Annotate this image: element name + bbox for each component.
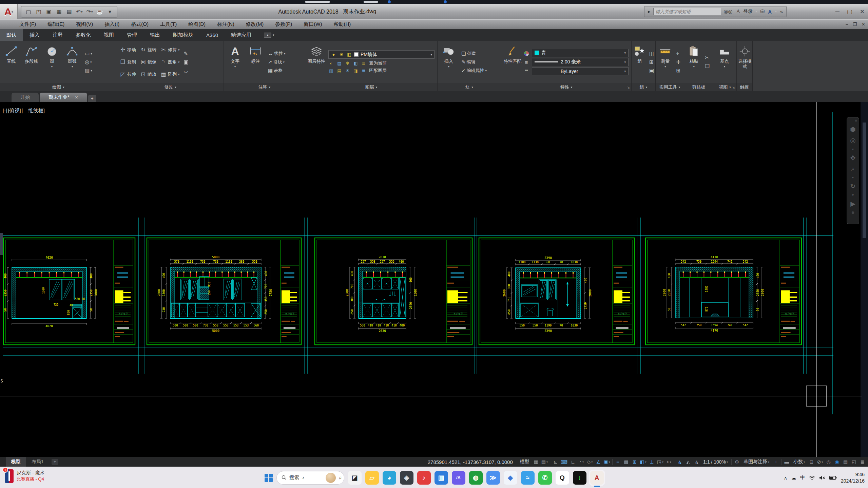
doc-minimize-button[interactable]: – [846,22,848,27]
navigation-wheel-icon[interactable]: ◎ [850,136,856,144]
photos-preview-app-icon[interactable]: ◪ [348,471,362,485]
panel-footer[interactable]: 块▾ [438,83,501,91]
autocad-icon[interactable]: A [590,471,604,485]
dark-media-app-icon[interactable]: ◈ [400,471,413,485]
isodraft[interactable]: ◇▾ [585,458,594,466]
annotation-scale[interactable]: 1:1 / 100%▾ [701,458,730,466]
new-file-icon[interactable]: ▢ [24,7,33,16]
fillet-edit-button[interactable]: ◡ [183,67,190,74]
chevron-down-icon[interactable]: ▾ [91,10,93,14]
ribbon-button-创建[interactable]: ❏创建 [460,50,488,57]
panel-footer[interactable]: 剪贴板 [684,83,713,91]
start-button[interactable] [265,474,273,482]
snap-mode[interactable]: ▤▾ [540,458,549,466]
ime-indicator[interactable]: 中 [800,475,805,481]
new-drawing-button[interactable]: + [88,95,96,102]
selection-cycling[interactable]: ⊞ [631,458,639,466]
layout-tab-模型[interactable]: 模型 [6,457,26,467]
menu-item[interactable]: 修改(M) [240,20,270,29]
panel-expander-icon[interactable]: ↘ [732,86,735,89]
layer-dropdown[interactable]: ●☀◧PM墙体▾ [328,50,435,59]
gizmo[interactable]: ⌖▾ [664,458,673,466]
shield-app-icon[interactable]: ◆ [504,471,517,485]
save-icon[interactable]: ▣ [44,7,53,16]
lineweight-dropdown[interactable]: 2.00 毫米▾ [532,58,629,66]
layer-tool-icon[interactable]: ☀ [345,68,350,73]
ribbon-button-移动[interactable]: ✢移动 [118,44,137,56]
thunder-app-icon[interactable]: ≫ [486,471,500,485]
ribbon-tab-注释[interactable]: 注释 [46,29,69,41]
taskbar-search[interactable]: 搜索 ♪ ♫ [276,471,344,485]
menu-item[interactable]: 参数(P) [269,20,298,29]
ribbon-button-insert[interactable]: 插入▾ [439,42,459,82]
orbit-icon[interactable]: ↻ [850,182,856,190]
ribbon-button-touch[interactable]: 选择模式 [738,42,752,82]
orbit-chevron-icon[interactable]: ▾ [852,193,854,197]
ribbon-button-编辑[interactable]: ✎编辑 [460,59,488,65]
layer-tool-icon[interactable]: ❄ [345,61,350,66]
ribbon-button-polyline[interactable]: 多段线 [22,42,41,82]
ribbon-button-圆角[interactable]: ◝圆角▾ [159,56,181,68]
ribbon-button-dimension[interactable]: 标注 [246,42,265,82]
hardware-acceleration[interactable]: ◉ [833,458,841,466]
ribbon-button-group[interactable]: 组 [633,42,647,82]
layer-tool-icon[interactable]: ◧ [353,61,359,66]
save-as-icon[interactable]: ▦ [55,7,63,16]
blue-wave-app-icon[interactable]: ≈ [521,471,535,485]
ribbon-tab-管理[interactable]: 管理 [120,29,143,41]
panel-expander-icon[interactable]: ↘ [627,86,630,89]
ribbon-button-circle[interactable]: 圆▾ [42,42,62,82]
annotation-scale-icon[interactable]: ◮ [692,458,701,466]
panel-footer[interactable]: 修改▾ [117,83,224,91]
menu-item[interactable]: 插入(I) [99,20,125,29]
pan-hand-icon[interactable]: ✥ [850,154,856,162]
layer-tool-icon[interactable]: ▤ [336,68,342,73]
cad-drawing-canvas[interactable]: 客户签字402040204002350504002350502800130073… [0,102,868,457]
workspace-gear-icon[interactable]: ⚙ [733,458,741,466]
infocenter-collapse-icon[interactable]: ▸ [647,8,651,15]
app-store-cart-icon[interactable]: ⛁ [760,8,766,15]
ribbon-button-arc[interactable]: 圆弧▾ [62,42,82,82]
signin-chevron-icon[interactable]: ▾ [755,10,758,13]
utility-tool-icon[interactable]: ⊞ [675,67,681,74]
layer-tool-icon[interactable]: ◨ [353,68,359,73]
tray-time[interactable]: 9:46 [841,471,865,478]
object-snap-tracking[interactable]: ∠ [594,458,602,466]
menu-item[interactable]: 工具(T) [154,20,182,29]
grid-display[interactable]: ▦ [532,458,540,466]
redo-icon[interactable]: ↷▾ [85,7,94,16]
close-tab-icon[interactable]: ✕ [75,95,78,100]
menu-item[interactable]: 窗口(W) [298,20,328,29]
layer-tool-icon[interactable]: ▥ [328,68,334,73]
dynamic-ucs[interactable]: ⊥ [648,458,656,466]
annotation-monitor[interactable]: + [772,458,780,466]
linetype-dropdown[interactable]: ByLayer▾ [532,67,629,75]
doc-close-button[interactable]: ✕ [862,22,865,27]
ribbon-button-拉伸[interactable]: ◸拉伸 [118,68,137,80]
menu-item[interactable]: 帮助(H) [328,20,356,29]
layer-tool-icon[interactable]: ▤ [336,61,342,66]
navbar-close-icon[interactable]: ✕ [855,119,857,123]
menu-item[interactable]: 格式(O) [125,20,154,29]
file-explorer-icon[interactable]: ▱ [365,471,379,485]
ribbon-button-复制[interactable]: ❐复制 [118,56,137,68]
panel-footer[interactable]: 图层▾ [305,83,437,91]
chevron-down-icon[interactable]: ▾ [273,33,274,37]
chevron-down-icon[interactable]: ▾ [624,60,626,64]
model-space-toggle[interactable]: 模型 [518,458,532,466]
menu-item[interactable]: 文件(F) [14,20,42,29]
plot-icon[interactable]: ▤ [65,7,74,16]
layout-tab-布局1[interactable]: 布局1 [26,457,49,467]
ribbon-button-match-properties[interactable]: 特性匹配 [503,42,522,82]
undo-icon[interactable]: ↶▾ [75,7,84,16]
wechat-icon[interactable]: ✆ [538,471,552,485]
search-binoculars-icon[interactable]: ◎◎ [723,8,733,15]
slash-a-app-icon[interactable]: /A [452,471,465,485]
wheel-chevron-icon[interactable]: ▾ [852,147,854,151]
customization-menu[interactable]: ≣ [858,458,867,466]
annotation-visibility[interactable]: ◮ [675,458,684,466]
selection-filter[interactable]: ◳▾ [656,458,664,466]
file-tab-期末作业*[interactable]: 期末作业*✕ [40,93,87,102]
annotation-autoscale[interactable]: ◭ [684,458,692,466]
clean-screen[interactable]: ◱ [850,458,858,466]
